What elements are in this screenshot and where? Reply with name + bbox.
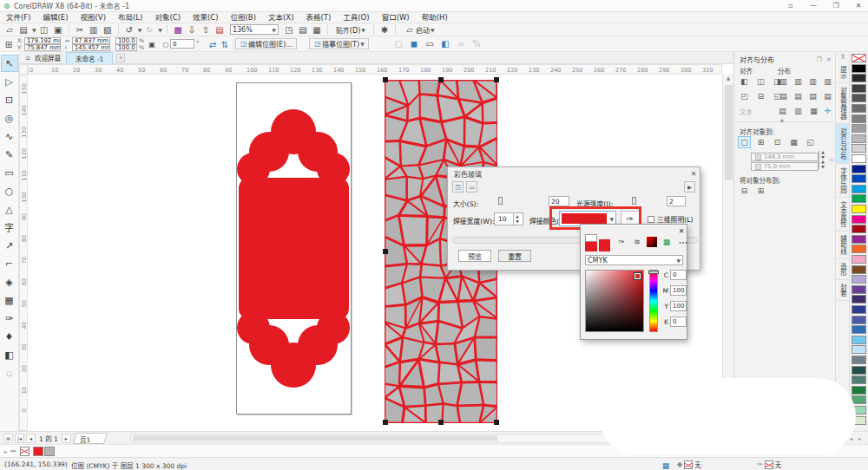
before-after-preview-icon[interactable]: ◫ [452,181,464,193]
palette-swatch[interactable] [852,345,866,354]
smart-fill-tool[interactable]: ▫ [1,364,18,382]
align-to-page-center-button[interactable]: ⊡ [771,136,784,148]
docker-pin-icon[interactable]: ⊼ [836,52,850,62]
mirror-vertical-icon[interactable]: ⇅ [219,39,231,50]
palette-swatch[interactable] [852,165,866,173]
import-icon[interactable]: ⇩ [186,24,198,36]
x-position-field[interactable]: 179.192 mm [24,37,61,44]
palette-swatch[interactable] [852,144,866,153]
weld-width-spinner[interactable]: ▲▼ [513,213,521,225]
palette-swatch[interactable] [852,205,866,213]
text-tool[interactable]: 字 [1,219,18,236]
palette-swatch[interactable] [852,366,866,375]
distribute-to-page-button[interactable]: ⊞ [754,185,767,197]
object-height-field[interactable]: 145.457 mm [72,44,110,51]
lock-ratio-icon[interactable]: ▣ [146,39,158,50]
doc-palette-flyout-icon[interactable]: ▸ [4,448,7,454]
distribute-center-h-button[interactable]: ▥ [792,75,805,88]
redo-icon[interactable]: ↻ [143,24,155,36]
docker-float-icon[interactable]: ❐ [815,54,824,65]
rotation-angle-field[interactable]: 0 [170,39,194,49]
tab-align-distribute[interactable]: 对齐与分布 [836,124,850,165]
export-icon[interactable]: ⇧ [200,24,212,36]
dimension-tool[interactable]: ↗ [1,237,18,254]
redo-icon-dropdown-arrow[interactable]: ▼ [158,27,162,33]
align-top-button[interactable]: ◰ [738,90,751,102]
selection-handle[interactable] [438,77,444,82]
paste-icon[interactable]: ▧ [102,24,114,36]
rectangle-tool[interactable]: ▭ [1,164,18,181]
palette-swatch[interactable] [852,94,866,102]
distribute-right-button[interactable]: ▥ [821,75,834,88]
selection-handle[interactable] [383,249,388,254]
palette-swatch[interactable] [852,194,866,203]
save-icon[interactable]: ◫ [38,24,50,36]
tab-hints[interactable]: 提示 [836,62,850,83]
picker-eyedropper-icon[interactable]: ✑ [615,236,628,248]
first-page-button[interactable]: |◂ [15,434,24,443]
link-bitmap-icon[interactable]: ∞ [455,38,467,49]
align-to-active-object-button[interactable]: ▢ [738,136,751,148]
dialog-expand-icon[interactable]: ▶ [684,181,695,193]
doc-palette-none-swatch[interactable] [20,447,30,456]
y-position-field[interactable]: 75.847 mm [24,44,61,51]
zoom-tool[interactable]: ◎ [1,109,18,127]
align-height-field[interactable]: 75.0 mm [751,162,819,171]
tab-welcome-screen[interactable]: ⌂ 欢迎屏幕 [19,52,66,64]
red-plaque-shape[interactable] [236,82,352,415]
palette-swatch[interactable] [852,154,866,163]
menu-item-0[interactable]: 文件(F) [0,12,37,23]
unlink-bitmap-icon[interactable]: % [470,38,483,49]
menu-item-10[interactable]: 窗口(W) [376,12,416,23]
text-align-first-line-button[interactable]: ▤ [776,105,789,117]
align-center-h-button[interactable]: ◫ [754,75,767,88]
menu-item-11[interactable]: 帮助(H) [416,12,454,23]
horizontal-ruler[interactable]: 0102030405060708090100110120130140150160… [28,64,722,75]
align-left-button[interactable]: ◧ [738,75,751,88]
transparency-tool[interactable]: ▦ [1,291,18,309]
tab-text-properties[interactable]: 文本属性 [836,198,850,232]
add-page-button[interactable]: ⊞ [3,434,13,443]
tab-guidelines[interactable]: 辅助线 [836,232,850,259]
color-viewers-icon[interactable] [647,237,657,247]
scroll-up-icon[interactable]: ▲ [723,75,733,81]
color-eyedropper-tool[interactable]: ✑ [1,310,18,327]
palette-swatch[interactable] [852,336,866,344]
pick-tool[interactable]: ↖ [1,55,18,72]
palette-swatch[interactable] [852,265,866,274]
menu-item-2[interactable]: 视图(V) [75,12,112,23]
palette-swatch[interactable] [852,185,866,193]
doc-palette-color-swatch[interactable] [44,447,55,456]
tab-envelope[interactable]: 封套 [836,280,850,301]
palette-swatch[interactable] [852,134,866,143]
horizontal-scroll-thumb[interactable] [133,435,497,441]
palette-swatch[interactable] [852,316,866,324]
connector-tool[interactable]: ⌐ [1,255,18,272]
menu-item-4[interactable]: 对象(C) [148,12,187,23]
object-width-field[interactable]: 47.837 mm [72,37,110,44]
polygon-tool[interactable]: △ [1,200,18,218]
channel-value-c[interactable]: 0 [670,270,687,280]
more-colors-button[interactable]: ••• [676,236,690,248]
align-to-page-edge-button[interactable]: ⊞ [754,136,767,148]
palette-swatch[interactable] [852,275,866,284]
print-icon[interactable]: ▣ [52,24,64,36]
palette-swatch[interactable] [852,325,866,334]
color-field[interactable] [585,270,644,332]
palette-swatch[interactable] [852,64,866,73]
color-palettes-icon[interactable]: ▦ [661,236,673,248]
palette-swatch[interactable] [852,295,866,304]
palette-indicator-icon[interactable]: ▦ [660,460,672,470]
lighting-checkbox[interactable] [648,216,654,223]
menu-item-7[interactable]: 文本(X) [262,12,299,23]
cut-icon[interactable]: ✂ [74,24,86,36]
zoom-dropdown-arrow-icon[interactable]: ▼ [272,27,276,33]
trace-bitmap-button[interactable]: ◲描摹位图(T)▼ [309,38,369,49]
reset-button[interactable]: 重置 [498,250,531,262]
next-page-button[interactable]: ▸ [62,434,71,443]
shape-tool[interactable]: ▷ [1,73,18,90]
ellipse-tool[interactable]: ○ [1,182,18,199]
app-badge-button[interactable]: ▫ [786,1,795,10]
doc-palette-color-swatch[interactable] [33,447,43,456]
palette-swatch[interactable] [852,174,866,183]
